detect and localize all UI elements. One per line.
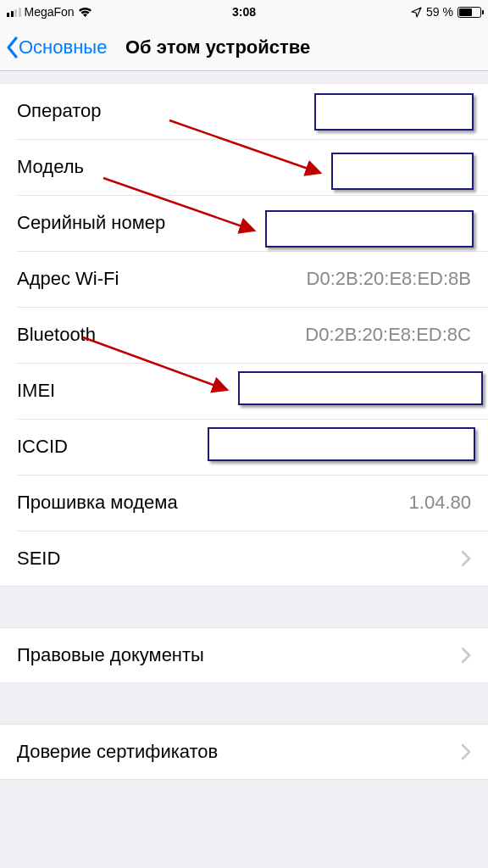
row-cert[interactable]: Доверие сертификатов — [0, 724, 488, 780]
signal-icon — [7, 8, 21, 17]
row-modem[interactable]: Прошивка модема1.04.80 — [0, 475, 488, 531]
row-value: D0:2B:20:E8:ED:8B — [307, 268, 471, 290]
page-title: Об этом устройстве — [125, 36, 310, 58]
row-label: Модель — [17, 156, 84, 178]
row-seid[interactable]: SEID — [0, 531, 488, 587]
redaction-box — [265, 210, 474, 248]
location-icon — [411, 7, 422, 18]
row-label: ICCID — [17, 436, 68, 458]
battery-percent: 59 % — [426, 5, 453, 19]
row-label: Адрес Wi-Fi — [17, 268, 119, 290]
row-label: IMEI — [17, 380, 55, 402]
row-label: Серийный номер — [17, 212, 165, 234]
chevron-left-icon — [5, 36, 19, 59]
redaction-box — [208, 427, 475, 461]
chevron-right-icon — [461, 743, 471, 760]
row-label: Прошивка модема — [17, 492, 178, 514]
row-value: D0:2B:20:E8:ED:8C — [305, 324, 471, 346]
clock: 3:08 — [232, 5, 256, 19]
nav-bar: Основные Об этом устройстве — [0, 24, 488, 71]
row-label: Доверие сертификатов — [17, 741, 218, 763]
carrier-label: MegaFon — [25, 5, 75, 19]
row-label: Оператор — [17, 100, 102, 122]
back-label: Основные — [19, 36, 107, 58]
chevron-right-icon — [461, 550, 471, 567]
back-button[interactable]: Основные — [5, 36, 107, 59]
redaction-box — [331, 153, 474, 190]
chevron-right-icon — [461, 647, 471, 664]
redaction-box — [314, 93, 474, 131]
redaction-box — [238, 371, 483, 405]
row-label: Bluetooth — [17, 324, 96, 346]
row-label: SEID — [17, 548, 60, 570]
row-label: Правовые документы — [17, 644, 204, 666]
row-wifi[interactable]: Адрес Wi-FiD0:2B:20:E8:ED:8B — [0, 251, 488, 307]
row-legal[interactable]: Правовые документы — [0, 627, 488, 683]
status-bar: MegaFon 3:08 59 % — [0, 0, 488, 24]
row-bluetooth[interactable]: BluetoothD0:2B:20:E8:ED:8C — [0, 307, 488, 363]
wifi-icon — [78, 7, 92, 18]
battery-icon — [458, 7, 481, 18]
row-value: 1.04.80 — [409, 492, 471, 514]
